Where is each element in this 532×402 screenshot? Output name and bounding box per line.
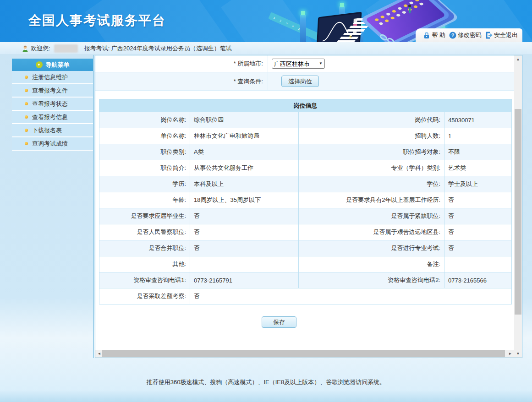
lock-icon <box>423 32 430 39</box>
sidebar-header[interactable]: ▼ 导航菜单 <box>12 59 93 71</box>
bullet-icon <box>25 89 28 92</box>
page: ⚡ 全国人事考试服务平台 帮 助 <box>0 0 532 402</box>
sidebar-item-exam-results[interactable]: 查询考试成绩 <box>12 137 93 151</box>
sidebar-item-application-info[interactable]: 查看报考信息 <box>12 111 93 124</box>
row-label: 是否进行专业考试: <box>299 240 444 256</box>
row-value: 不限 <box>444 144 512 160</box>
app-header: ⚡ 全国人事考试服务平台 帮 助 <box>0 0 532 42</box>
exam-title-label: 报考考试: 广西2024年度考试录用公务员（选调生）笔试 <box>84 44 232 53</box>
row-value: 艺术类 <box>444 160 512 176</box>
help-link[interactable]: 帮 助 <box>423 31 445 39</box>
city-select[interactable]: 广西区桂林市 <box>272 59 324 68</box>
row-label: 学位: <box>299 176 444 192</box>
table-row: 岗位名称: 综合职位四 岗位代码: 45030071 <box>99 112 512 128</box>
table-row: 是否合并职位: 否 是否进行专业考试: 否 <box>99 240 512 256</box>
row-value: 否 <box>190 240 299 256</box>
table-row: 年龄: 18周岁以上、35周岁以下 是否要求具有2年以上基层工作经历: 否 <box>99 192 512 208</box>
bullet-icon <box>25 76 28 79</box>
row-label: 资格审查咨询电话1: <box>99 272 190 288</box>
svg-text:?: ? <box>451 33 455 38</box>
illustration-stair-step <box>349 26 368 28</box>
row-value: 否 <box>190 224 299 240</box>
scroll-up-arrow-icon[interactable]: ▲ <box>514 55 522 63</box>
row-label: 招聘人数: <box>299 128 444 144</box>
quick-links-bar: 帮 助 ? 修改密码 安全退出 <box>416 28 522 42</box>
bullet-icon <box>25 129 28 132</box>
row-label: 是否要求具有2年以上基层工作经历: <box>299 192 444 208</box>
row-value: 否 <box>444 224 512 240</box>
row-value <box>444 256 512 272</box>
row-label: 其他: <box>99 256 190 272</box>
row-label: 学历: <box>99 176 190 192</box>
vertical-scrollbar[interactable]: ▲ ▼ <box>514 55 522 358</box>
select-post-button[interactable]: 选择岗位 <box>281 76 319 87</box>
bullet-icon <box>25 102 28 105</box>
horizontal-scrollbar[interactable]: ◄ ► <box>95 350 514 358</box>
logout-label: 安全退出 <box>494 31 518 39</box>
city-label: * 所属地市: <box>95 55 268 72</box>
illustration-bolt: ⚡ <box>348 33 353 41</box>
sidebar-item-download-form[interactable]: 下载报名表 <box>12 124 93 137</box>
row-value: 0773-2165566 <box>444 272 512 288</box>
city-form-row: * 所属地市: 广西区桂林市 ▼ <box>95 55 514 72</box>
condition-label: * 查询条件: <box>95 72 268 90</box>
table-row: 是否人民警察职位: 否 是否属于艰苦边远地区县: 否 <box>99 224 512 240</box>
row-value: 否 <box>190 208 299 224</box>
table-row: 是否要求应届毕业生: 否 是否属于紧缺职位: 否 <box>99 208 512 224</box>
sidebar-divider <box>93 55 94 358</box>
table-row: 其他: 备注: <box>99 256 512 272</box>
row-value: A类 <box>190 144 299 160</box>
row-label: 资格审查咨询电话2: <box>299 272 444 288</box>
logout-link[interactable]: 安全退出 <box>485 31 518 39</box>
row-label: 专业（学科）类别: <box>299 160 444 176</box>
table-title: 岗位信息 <box>99 99 512 112</box>
bullet-icon <box>25 115 28 119</box>
horizontal-scrollbar-thumb[interactable] <box>102 350 505 357</box>
question-icon: ? <box>449 32 456 39</box>
sidebar-nav: ▼ 导航菜单 注册信息维护 查看报考文件 查看报考状态 查看报考信息 下载报名表… <box>12 59 93 151</box>
redacted-username <box>54 44 78 53</box>
table-row: 是否采取差额考察: 否 <box>99 288 512 304</box>
content-scroll-area: * 所属地市: 广西区桂林市 ▼ * 查询条件: 选择岗位 <box>95 55 514 350</box>
save-button[interactable]: 保存 <box>262 316 296 328</box>
content-panel: * 所属地市: 广西区桂林市 ▼ * 查询条件: 选择岗位 <box>95 55 522 358</box>
job-info-table: 岗位信息 岗位名称: 综合职位四 岗位代码: 45030071 单位名称: 桂林… <box>99 99 512 304</box>
row-label: 是否属于紧缺职位: <box>299 208 444 224</box>
illustration-stair-step <box>346 29 365 32</box>
row-value: 1 <box>444 128 512 144</box>
table-row: 职位简介: 从事公共文化服务工作 专业（学科）类别: 艺术类 <box>99 160 512 176</box>
row-value: 否 <box>444 192 512 208</box>
scroll-down-arrow-icon[interactable]: ▼ <box>514 350 522 358</box>
sidebar-header-label: 导航菜单 <box>46 61 70 69</box>
row-label: 职位类别: <box>99 144 190 160</box>
row-label: 是否采取差额考察: <box>99 288 190 304</box>
change-password-label: 修改密码 <box>458 31 482 39</box>
sidebar-item-register-info[interactable]: 注册信息维护 <box>12 71 93 84</box>
row-label: 是否要求应届毕业生: <box>99 208 190 224</box>
row-value: 否 <box>444 208 512 224</box>
row-value: 否 <box>444 240 512 256</box>
change-password-link[interactable]: ? 修改密码 <box>449 31 482 39</box>
row-value: 从事公共文化服务工作 <box>190 160 299 176</box>
row-label: 职位招考对象: <box>299 144 444 160</box>
exit-icon <box>485 32 493 39</box>
save-button-row: 保存 <box>95 316 514 328</box>
sidebar-item-exam-documents[interactable]: 查看报考文件 <box>12 84 93 98</box>
row-value: 本科及以上 <box>190 176 299 192</box>
vertical-scrollbar-thumb[interactable] <box>515 109 521 315</box>
sidebar-item-label: 查询考试成绩 <box>32 140 68 148</box>
row-label: 是否合并职位: <box>99 240 190 256</box>
row-label: 年龄: <box>99 192 190 208</box>
welcome-label: 欢迎您: <box>31 44 50 53</box>
row-value: 0773-2165791 <box>190 272 299 288</box>
row-label: 职位简介: <box>99 160 190 176</box>
row-value: 学士及以上 <box>444 176 512 192</box>
row-value: 桂林市文化广电和旅游局 <box>190 128 299 144</box>
bullet-icon <box>25 142 28 145</box>
scroll-right-arrow-icon[interactable]: ► <box>506 350 514 358</box>
row-label: 备注: <box>299 256 444 272</box>
footer-note: 推荐使用360极速模式、搜狗（高速模式）、IE（IE8及以上版本）、谷歌浏览器访… <box>0 378 532 386</box>
sidebar-item-label: 查看报考信息 <box>32 113 68 121</box>
sidebar-item-application-status[interactable]: 查看报考状态 <box>12 98 93 111</box>
sidebar-item-label: 下载报名表 <box>32 126 62 135</box>
